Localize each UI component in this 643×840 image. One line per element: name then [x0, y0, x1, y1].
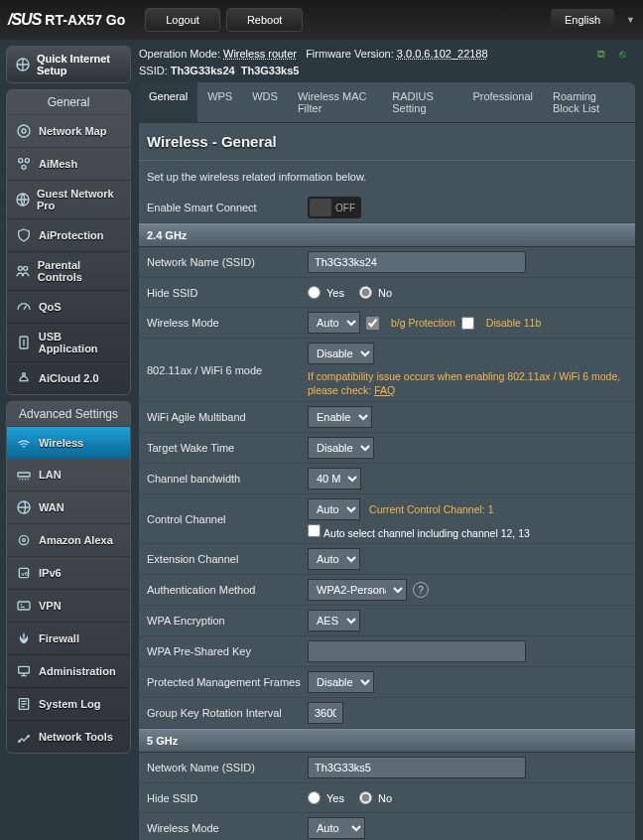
sidebar-item-network-tools[interactable]: Network Tools [7, 721, 130, 753]
sidebar-item-administration[interactable]: Administration [7, 655, 130, 688]
wpa-24-select[interactable]: AES [308, 610, 360, 631]
cur-ch-24: Current Control Channel: 1 [369, 503, 493, 515]
chevron-down-icon: ▼ [626, 15, 635, 25]
op-mode-link[interactable]: Wireless router [223, 48, 297, 60]
svg-point-21 [28, 736, 29, 737]
sidebar-item-aiprotection[interactable]: AiProtection [7, 219, 130, 252]
tab-radius-setting[interactable]: RADIUS Setting [382, 82, 462, 122]
menu-icon [15, 498, 33, 516]
sidebar-item-parental-controls[interactable]: Parental Controls [7, 252, 130, 291]
page-title: Wireless - General [139, 123, 635, 161]
tab-wps[interactable]: WPS [197, 82, 242, 122]
ext-24-select[interactable]: Auto [308, 548, 360, 570]
hide-24-yes[interactable] [308, 286, 321, 299]
faq-link-24[interactable]: FAQ [374, 384, 395, 396]
svg-point-10 [23, 373, 26, 376]
tab-general[interactable]: General [139, 82, 197, 122]
auto-all-ch-check[interactable] [308, 524, 321, 537]
menu-icon [15, 298, 33, 316]
page-desc: Set up the wireless related information … [139, 161, 635, 193]
sidebar-item-wireless[interactable]: Wireless [7, 427, 130, 459]
setup-icon [15, 56, 31, 73]
reboot-button[interactable]: Reboot [226, 8, 303, 32]
menu-icon [15, 369, 33, 387]
smart-connect-label: Enable Smart Connect [139, 202, 308, 213]
sidebar-item-qos[interactable]: QoS [7, 291, 130, 324]
hide-24-no[interactable] [359, 286, 372, 299]
svg-point-1 [18, 125, 30, 137]
hide-5-yes[interactable] [308, 791, 321, 804]
tab-roaming-block-list[interactable]: Roaming Block List [543, 82, 635, 122]
op-mode-label: Operation Mode: [139, 48, 220, 60]
menu-icon: v6 [15, 564, 33, 582]
gkr-24-input[interactable] [308, 702, 343, 724]
auth-24-select[interactable]: WPA2-Personal [308, 579, 407, 601]
brand-logo: /SUS [8, 11, 41, 29]
bw-24-select[interactable]: 40 MHz [308, 468, 361, 490]
quick-internet-setup[interactable]: Quick Internet Setup [6, 46, 131, 83]
pmf-24-select[interactable]: Disable [308, 671, 374, 693]
menu-icon [15, 262, 32, 280]
tab-wireless-mac-filter[interactable]: Wireless MAC Filter [288, 82, 382, 122]
agile-24-select[interactable]: Enable [308, 406, 372, 428]
svg-point-5 [22, 165, 26, 169]
ssid-24: Th3G33ks24 [171, 65, 235, 76]
ssid-24-input[interactable] [308, 251, 526, 273]
sidebar-item-aicloud-2-0[interactable]: AiCloud 2.0 [7, 362, 130, 394]
sidebar-item-aimesh[interactable]: AiMesh [7, 148, 130, 181]
ssid-label: SSID: [139, 65, 168, 76]
menu-icon [15, 630, 33, 647]
smart-connect-toggle[interactable]: OFF [308, 197, 361, 218]
svg-rect-18 [19, 666, 30, 673]
svg-rect-17 [18, 602, 30, 610]
fw-label: Firmware Version: [306, 48, 394, 60]
sidebar-item-lan[interactable]: LAN [7, 459, 130, 491]
svg-point-14 [23, 539, 26, 542]
help-icon[interactable]: ? [413, 582, 429, 598]
sidebar-item-amazon-alexa[interactable]: Amazon Alexa [7, 524, 130, 557]
menu-icon [15, 728, 33, 746]
logout-button[interactable]: Logout [145, 8, 220, 32]
ssid-5-input[interactable] [308, 757, 526, 778]
app-icon[interactable]: ⧉ [597, 46, 613, 60]
menu-icon [15, 466, 33, 484]
usb-icon[interactable]: ⎋ [619, 46, 635, 60]
mode-24-select[interactable]: Auto [308, 312, 360, 334]
language-select[interactable]: English [551, 9, 614, 31]
svg-point-20 [19, 741, 20, 742]
twt-24-select[interactable]: Disable [308, 437, 374, 459]
hide-5-no[interactable] [359, 791, 372, 804]
tab-professional[interactable]: Professional [462, 82, 543, 122]
tab-wds[interactable]: WDS [242, 82, 288, 122]
menu-icon [15, 597, 33, 615]
menu-icon [15, 226, 33, 244]
menu-icon [15, 122, 33, 140]
psk-24-input[interactable] [308, 640, 526, 662]
advanced-header: Advanced Settings [7, 402, 130, 427]
svg-text:v6: v6 [21, 571, 28, 577]
bgp-24-check[interactable] [366, 317, 379, 330]
menu-icon [15, 434, 33, 452]
d11b-24-check[interactable] [461, 317, 474, 330]
svg-point-13 [19, 535, 28, 544]
general-header: General [7, 90, 130, 115]
band-24-header: 2.4 GHz [139, 223, 635, 247]
sidebar-item-usb-application[interactable]: USB Application [7, 324, 130, 362]
band-5-header: 5 GHz [139, 729, 635, 753]
svg-point-2 [22, 129, 26, 133]
sidebar-item-guest-network-pro[interactable]: Guest Network Pro [7, 181, 130, 219]
sidebar-item-wan[interactable]: WAN [7, 491, 130, 524]
menu-icon [15, 334, 33, 351]
ssid-5: Th3G33ks5 [241, 65, 300, 76]
sidebar-item-network-map[interactable]: Network Map [7, 115, 130, 148]
cc-24-select[interactable]: Auto [308, 498, 360, 520]
menu-icon [15, 695, 33, 713]
sidebar-item-firewall[interactable]: Firewall [7, 623, 130, 655]
ax-24-select[interactable]: Disable [308, 343, 374, 364]
sidebar-item-system-log[interactable]: System Log [7, 688, 130, 721]
qis-label: Quick Internet Setup [37, 53, 122, 76]
sidebar-item-vpn[interactable]: VPN [7, 590, 130, 623]
sidebar-item-ipv6[interactable]: v6IPv6 [7, 557, 130, 590]
fw-link[interactable]: 3.0.0.6.102_22188 [397, 48, 488, 60]
mode-5-select[interactable]: Auto [308, 817, 365, 839]
